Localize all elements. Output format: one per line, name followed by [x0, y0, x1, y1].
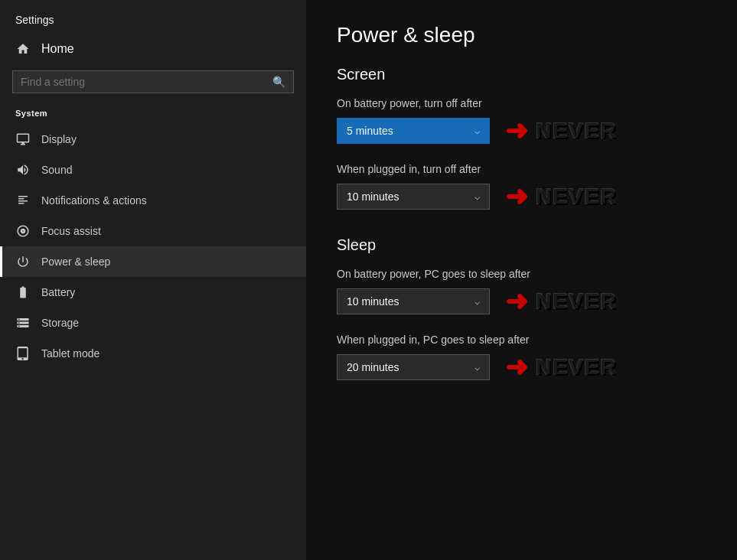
sleep-plugged-dropdown[interactable]: 20 minutes ⌵ [337, 354, 490, 380]
screen-plugged-row: 10 minutes ⌵ ➜ NEVER [337, 183, 706, 210]
storage-icon [15, 315, 31, 330]
never-text-3: NEVER [536, 289, 617, 314]
sleep-plugged-label: When plugged in, PC goes to sleep after [337, 334, 706, 346]
screen-battery-value: 5 minutes [347, 125, 393, 137]
chevron-down-icon: ⌵ [474, 296, 480, 307]
screen-section-title: Screen [337, 66, 706, 83]
right-arrow-icon: ➜ [505, 183, 528, 210]
sleep-battery-value: 10 minutes [347, 295, 399, 308]
screen-plugged-label: When plugged in, turn off after [337, 163, 706, 175]
never-text-2: NEVER [536, 184, 617, 209]
chevron-down-icon: ⌵ [474, 362, 480, 373]
sound-icon [15, 162, 31, 177]
power-icon [15, 254, 31, 269]
sidebar-item-label: Sound [41, 164, 72, 176]
sleep-section: Sleep On battery power, PC goes to sleep… [337, 229, 706, 381]
screen-plugged-dropdown[interactable]: 10 minutes ⌵ [337, 184, 490, 210]
sleep-battery-group: On battery power, PC goes to sleep after… [337, 268, 706, 315]
sleep-plugged-row: 20 minutes ⌵ ➜ NEVER [337, 353, 706, 381]
sidebar-item-sound[interactable]: Sound [0, 155, 306, 185]
home-label: Home [41, 42, 74, 56]
sidebar-item-display[interactable]: Display [0, 124, 306, 155]
right-arrow-icon: ➜ [505, 353, 528, 381]
sleep-plugged-value: 20 minutes [347, 361, 399, 373]
sleep-section-title: Sleep [337, 236, 706, 254]
sidebar-item-label: Storage [41, 317, 79, 329]
sleep-battery-dropdown[interactable]: 10 minutes ⌵ [337, 288, 490, 314]
tablet-icon [15, 346, 31, 361]
sidebar-item-home[interactable]: Home [0, 34, 306, 64]
sleep-plugged-annotation: ➜ NEVER [505, 353, 617, 381]
search-input[interactable] [21, 76, 272, 88]
sleep-battery-row: 10 minutes ⌵ ➜ NEVER [337, 288, 706, 315]
chevron-down-icon: ⌵ [474, 125, 480, 136]
search-icon: 🔍 [272, 76, 285, 88]
display-icon [15, 132, 31, 147]
sidebar-item-label: Focus assist [41, 225, 101, 237]
screen-plugged-value: 10 minutes [347, 190, 399, 203]
sidebar-item-power[interactable]: Power & sleep [0, 246, 306, 277]
sleep-battery-label: On battery power, PC goes to sleep after [337, 268, 706, 280]
sidebar-item-label: Battery [41, 286, 75, 298]
screen-battery-annotation: ➜ NEVER [505, 117, 617, 145]
sleep-battery-annotation: ➜ NEVER [505, 288, 617, 315]
screen-battery-group: On battery power, turn off after 5 minut… [337, 97, 706, 145]
battery-icon [15, 285, 31, 300]
page-title: Power & sleep [337, 23, 706, 47]
sidebar-item-label: Display [41, 133, 77, 145]
sidebar-item-label: Tablet mode [41, 347, 99, 360]
chevron-down-icon: ⌵ [474, 191, 480, 202]
focus-icon [15, 223, 31, 239]
screen-battery-row: 5 minutes ⌵ ➜ NEVER [337, 117, 706, 145]
never-text-4: NEVER [536, 355, 617, 379]
system-section-label: System [0, 104, 306, 124]
screen-section: Screen On battery power, turn off after … [337, 66, 706, 210]
screen-battery-label: On battery power, turn off after [337, 97, 706, 109]
notifications-icon [15, 193, 31, 208]
screen-plugged-group: When plugged in, turn off after 10 minut… [337, 163, 706, 210]
right-arrow-icon: ➜ [505, 288, 528, 315]
never-text-1: NEVER [536, 119, 617, 143]
search-bar[interactable]: 🔍 [12, 70, 294, 93]
sidebar-item-label: Power & sleep [41, 256, 110, 268]
main-content: Power & sleep Screen On battery power, t… [306, 0, 737, 560]
sidebar-item-storage[interactable]: Storage [0, 308, 306, 338]
sidebar-item-focus[interactable]: Focus assist [0, 216, 306, 246]
sidebar-item-label: Notifications & actions [41, 194, 147, 207]
sidebar-item-battery[interactable]: Battery [0, 277, 306, 308]
right-arrow-icon: ➜ [505, 117, 528, 145]
screen-plugged-annotation: ➜ NEVER [505, 183, 617, 210]
sidebar-item-tablet[interactable]: Tablet mode [0, 338, 306, 369]
screen-battery-dropdown[interactable]: 5 minutes ⌵ [337, 118, 490, 144]
sleep-plugged-group: When plugged in, PC goes to sleep after … [337, 334, 706, 381]
sidebar: Settings Home 🔍 System Display Sound [0, 0, 306, 560]
sidebar-item-notifications[interactable]: Notifications & actions [0, 185, 306, 216]
app-title: Settings [0, 0, 306, 34]
home-icon [15, 41, 31, 57]
